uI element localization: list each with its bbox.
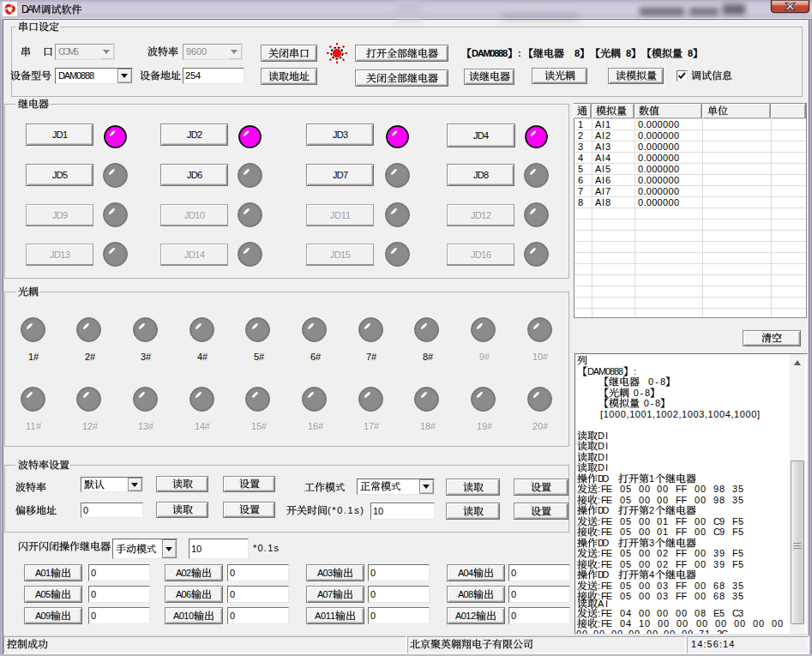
svg-text:00: 00 (715, 618, 726, 629)
svg-text:2: 2 (578, 130, 583, 141)
svg-text:AI3: AI3 (595, 141, 611, 152)
svg-text:A09: A09 (35, 611, 51, 621)
svg-text:00: 00 (676, 608, 687, 618)
svg-text:00: 00 (695, 548, 706, 558)
svg-text:00: 00 (639, 516, 650, 527)
svg-text:1#: 1# (28, 352, 39, 362)
svg-text:35: 35 (732, 591, 743, 601)
svg-text:00: 00 (734, 618, 745, 629)
svg-text:DAM0888: DAM0888 (472, 48, 508, 58)
svg-text:9600: 9600 (186, 46, 207, 57)
svg-text:C9: C9 (713, 527, 725, 537)
svg-text:16#: 16# (308, 421, 324, 431)
svg-text:5#: 5# (254, 352, 265, 362)
svg-text:DO: DO (598, 569, 610, 580)
svg-text:17#: 17# (364, 421, 380, 431)
svg-text:A04: A04 (458, 568, 473, 578)
svg-text:0: 0 (511, 568, 516, 578)
svg-text:DI: DI (598, 452, 608, 462)
svg-text::: : (598, 559, 600, 569)
svg-text:FE: FE (601, 527, 612, 537)
svg-text:7: 7 (578, 186, 583, 196)
svg-text:A05: A05 (35, 589, 51, 599)
svg-text::: : (598, 608, 600, 618)
svg-text:0-8: 0-8 (640, 398, 660, 408)
svg-text:00: 00 (695, 581, 706, 591)
svg-text:JD4: JD4 (473, 130, 489, 141)
svg-text:5: 5 (578, 164, 583, 174)
svg-text:3#: 3# (141, 352, 152, 362)
svg-text:F5: F5 (732, 527, 743, 537)
svg-text:式: 式 (391, 481, 400, 491)
svg-text::: : (598, 495, 600, 505)
svg-text:JD6: JD6 (187, 170, 202, 180)
svg-text:10: 10 (373, 506, 383, 516)
svg-text:8: 8 (564, 48, 580, 58)
svg-text:FF: FF (676, 591, 687, 601)
svg-text:00: 00 (682, 629, 693, 635)
svg-text:0.000000: 0.000000 (638, 141, 679, 152)
svg-text:0: 0 (511, 589, 516, 599)
svg-text:7#: 7# (366, 352, 377, 362)
svg-text:JD16: JD16 (471, 250, 491, 260)
svg-text:A011: A011 (315, 611, 335, 621)
svg-text:00: 00 (639, 548, 650, 558)
svg-text:JD12: JD12 (471, 210, 491, 220)
svg-text:AI1: AI1 (595, 119, 611, 129)
svg-text:20#: 20# (532, 421, 549, 431)
svg-text:00: 00 (753, 618, 764, 629)
svg-text:00: 00 (639, 559, 650, 569)
svg-text:6#: 6# (310, 352, 322, 362)
svg-text:FF: FF (676, 581, 687, 591)
svg-text:AI6: AI6 (595, 175, 611, 185)
svg-text:2: 2 (649, 505, 654, 515)
svg-text:05: 05 (620, 591, 631, 601)
svg-text:04: 04 (620, 618, 631, 629)
svg-text:0: 0 (370, 589, 376, 599)
svg-text:F5: F5 (732, 516, 743, 527)
svg-text:0.000000: 0.000000 (638, 186, 679, 196)
svg-text:0.000000: 0.000000 (638, 130, 679, 141)
svg-text:AI7: AI7 (595, 186, 611, 196)
svg-text:00: 00 (772, 618, 783, 629)
svg-text:05: 05 (620, 548, 631, 558)
svg-text:A06: A06 (176, 589, 191, 599)
svg-text:68: 68 (713, 581, 725, 591)
svg-text:00: 00 (695, 591, 706, 601)
svg-text:AI2: AI2 (595, 130, 611, 141)
svg-text:DI: DI (598, 441, 608, 451)
svg-text:JD9: JD9 (52, 210, 68, 220)
svg-text:8: 8 (621, 48, 631, 58)
svg-text:FE: FE (601, 495, 612, 505)
svg-text:FE: FE (601, 516, 612, 527)
svg-text:DAM: DAM (21, 3, 41, 15)
svg-text:18#: 18# (420, 421, 436, 431)
svg-text:00: 00 (664, 629, 675, 635)
svg-text:01: 01 (657, 527, 668, 537)
svg-text:A010: A010 (173, 611, 194, 621)
svg-text::: : (598, 618, 600, 629)
svg-text:AI8: AI8 (595, 197, 611, 208)
svg-text:0: 0 (91, 611, 96, 621)
svg-text:3: 3 (649, 538, 654, 548)
svg-text:FF: FF (676, 495, 687, 505)
svg-text:05: 05 (620, 495, 631, 505)
svg-text:00: 00 (695, 495, 706, 505)
svg-text:0: 0 (230, 568, 235, 578)
svg-text:6: 6 (578, 175, 583, 185)
svg-text:0: 0 (370, 568, 376, 578)
svg-text:254: 254 (185, 70, 201, 81)
svg-text:DAM0888: DAM0888 (58, 70, 94, 81)
svg-text:12#: 12# (82, 421, 99, 431)
svg-text:00: 00 (657, 484, 668, 494)
svg-text:00: 00 (658, 618, 669, 629)
svg-text:A07: A07 (317, 589, 333, 599)
svg-text:00: 00 (639, 484, 650, 494)
svg-text:(*0.1s): (*0.1s) (328, 505, 364, 515)
svg-text:10: 10 (639, 618, 650, 629)
svg-text:98: 98 (713, 495, 725, 505)
svg-text::: : (598, 581, 600, 591)
svg-text:02: 02 (657, 548, 668, 558)
svg-text:0-8: 0-8 (629, 388, 650, 398)
svg-text:00: 00 (647, 629, 658, 635)
